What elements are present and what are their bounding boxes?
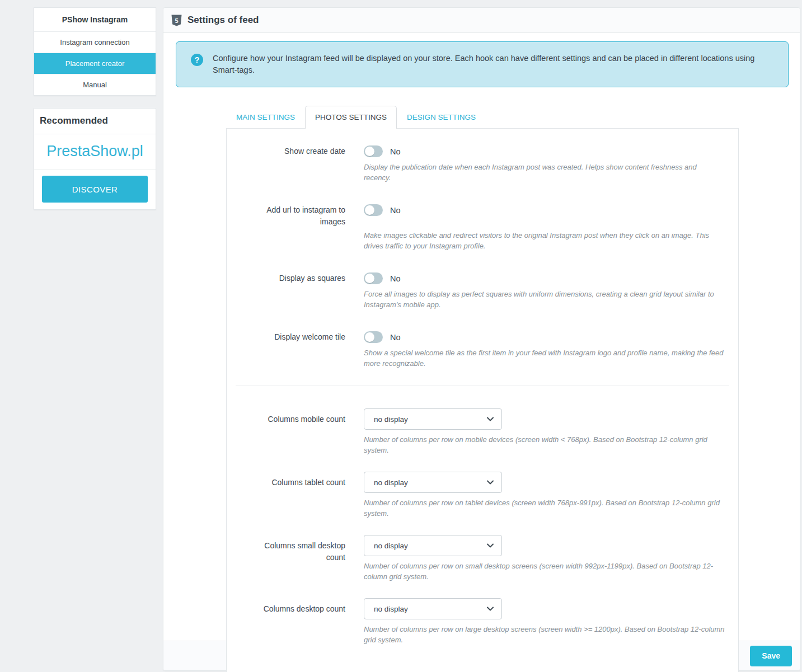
field-help-text: Force all images to display as perfect s… [364,289,725,310]
show-create-date-toggle[interactable] [364,145,383,157]
toggle-knob [365,205,374,215]
select-value: no display [374,605,408,613]
field-help-text: Make images clickable and redirect visit… [364,230,725,251]
html5-icon: 5 [171,15,182,26]
field-label: Columns desktop count [227,598,345,645]
welcome-tile-toggle[interactable] [364,331,383,343]
toggle-state-label: No [390,274,401,283]
form-row-welcome-tile: Display welcome tile No Show a special w… [227,331,738,369]
field-help-text: Number of columns per row on small deskt… [364,561,725,582]
info-alert-text: Configure how your Instagram feed will b… [213,53,773,76]
sidebar: PShow Instagram Instagram connection Pla… [34,7,156,210]
svg-text:5: 5 [175,17,178,24]
info-alert: ? Configure how your Instagram feed will… [176,41,789,87]
save-button[interactable]: Save [750,646,792,666]
tab-main-settings[interactable]: MAIN SETTINGS [226,106,305,128]
chevron-down-icon [487,607,494,611]
columns-tablet-select[interactable]: no display [364,472,502,493]
toggle-knob [365,147,374,156]
settings-panel: 5 Settings of feed ? Configure how your … [163,7,800,671]
tab-photos-settings[interactable]: PHOTOS SETTINGS [305,106,397,129]
settings-tabs: MAIN SETTINGS PHOTOS SETTINGS DESIGN SET… [226,106,800,128]
form-row-display-squares: Display as squares No Force all images t… [227,272,738,310]
field-label: Display as squares [227,272,345,310]
columns-mobile-select[interactable]: no display [364,408,502,430]
sidebar-item-manual[interactable]: Manual [34,74,156,95]
field-help-text: Number of columns per row on mobile devi… [364,434,725,455]
toggle-state-label: No [390,206,401,215]
toggle-state-label: No [390,147,401,156]
chevron-down-icon [487,543,494,548]
field-label: Columns mobile count [227,408,345,455]
module-nav-card: PShow Instagram Instagram connection Pla… [34,7,156,96]
photos-settings-form: Show create date No Display the publicat… [226,128,739,672]
toggle-knob [365,332,374,342]
form-row-columns-desktop: Columns desktop count no display Number … [227,598,738,645]
add-url-toggle[interactable] [364,204,383,216]
toggle-knob [365,274,374,283]
sidebar-item-instagram-connection[interactable]: Instagram connection [34,32,156,53]
sidebar-item-placement-creator[interactable]: Placement creator [34,53,156,74]
chevron-down-icon [487,480,494,485]
field-label: Add url to instagram to images [227,204,345,251]
select-value: no display [374,542,408,550]
page-title: Settings of feed [187,15,259,26]
field-help-text: Show a special welcome tile as the first… [364,347,725,369]
select-value: no display [374,415,408,424]
module-title: PShow Instagram [34,8,156,32]
form-row-columns-small-desktop: Columns small desktop count no display N… [227,535,738,582]
field-label: Show create date [227,145,345,183]
recommended-header: Recommended [34,109,156,134]
chevron-down-icon [487,417,494,421]
help-icon: ? [191,54,203,66]
panel-header: 5 Settings of feed [163,8,800,33]
field-label: Columns tablet count [227,472,345,519]
field-label: Display welcome tile [227,331,345,369]
form-divider [236,386,729,386]
select-value: no display [374,478,408,487]
columns-small-desktop-select[interactable]: no display [364,535,502,556]
tab-design-settings[interactable]: DESIGN SETTINGS [397,106,486,128]
recommended-card: Recommended PrestaShow.pl DISCOVER [34,108,156,210]
field-help-text: Display the publication date when each I… [364,162,725,183]
field-help-text: Number of columns per row on large deskt… [364,624,725,645]
field-label: Columns small desktop count [227,535,345,582]
discover-button[interactable]: DISCOVER [42,176,148,203]
prestashow-brand-link[interactable]: PrestaShow.pl [34,134,156,170]
form-row-show-create-date: Show create date No Display the publicat… [227,145,738,183]
form-row-columns-mobile: Columns mobile count no display Number o… [227,408,738,455]
discover-button-wrap: DISCOVER [34,170,156,209]
columns-desktop-select[interactable]: no display [364,598,502,619]
field-help-text: Number of columns per row on tablet devi… [364,497,725,519]
toggle-state-label: No [390,333,401,342]
form-row-columns-tablet: Columns tablet count no display Number o… [227,472,738,519]
form-row-add-url: Add url to instagram to images No Make i… [227,204,738,251]
display-squares-toggle[interactable] [364,272,383,284]
